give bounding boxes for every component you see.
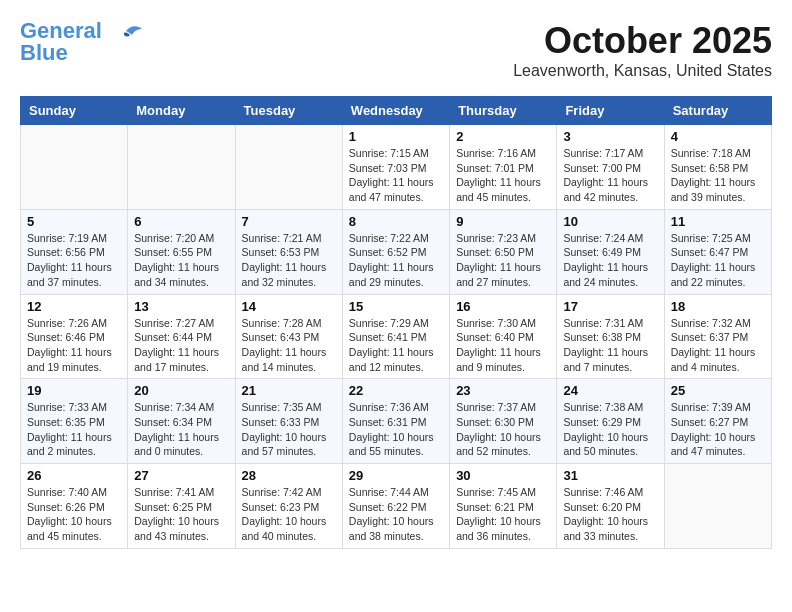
day-number: 3 <box>563 129 657 144</box>
day-number: 28 <box>242 468 336 483</box>
day-number: 18 <box>671 299 765 314</box>
day-info: Sunrise: 7:46 AM Sunset: 6:20 PM Dayligh… <box>563 485 657 544</box>
calendar-cell: 12Sunrise: 7:26 AM Sunset: 6:46 PM Dayli… <box>21 294 128 379</box>
weekday-header-saturday: Saturday <box>664 97 771 125</box>
day-info: Sunrise: 7:45 AM Sunset: 6:21 PM Dayligh… <box>456 485 550 544</box>
day-number: 5 <box>27 214 121 229</box>
day-number: 12 <box>27 299 121 314</box>
calendar-cell: 9Sunrise: 7:23 AM Sunset: 6:50 PM Daylig… <box>450 209 557 294</box>
day-number: 15 <box>349 299 443 314</box>
calendar-cell: 15Sunrise: 7:29 AM Sunset: 6:41 PM Dayli… <box>342 294 449 379</box>
calendar-cell: 25Sunrise: 7:39 AM Sunset: 6:27 PM Dayli… <box>664 379 771 464</box>
day-info: Sunrise: 7:36 AM Sunset: 6:31 PM Dayligh… <box>349 400 443 459</box>
weekday-header-thursday: Thursday <box>450 97 557 125</box>
calendar-cell: 26Sunrise: 7:40 AM Sunset: 6:26 PM Dayli… <box>21 464 128 549</box>
calendar-cell: 20Sunrise: 7:34 AM Sunset: 6:34 PM Dayli… <box>128 379 235 464</box>
calendar-cell: 3Sunrise: 7:17 AM Sunset: 7:00 PM Daylig… <box>557 125 664 210</box>
logo-bird-icon <box>106 23 142 51</box>
logo-text: General Blue <box>20 20 102 64</box>
day-number: 31 <box>563 468 657 483</box>
calendar-header: SundayMondayTuesdayWednesdayThursdayFrid… <box>21 97 772 125</box>
day-number: 2 <box>456 129 550 144</box>
calendar-cell: 27Sunrise: 7:41 AM Sunset: 6:25 PM Dayli… <box>128 464 235 549</box>
calendar-cell: 22Sunrise: 7:36 AM Sunset: 6:31 PM Dayli… <box>342 379 449 464</box>
calendar-cell: 30Sunrise: 7:45 AM Sunset: 6:21 PM Dayli… <box>450 464 557 549</box>
day-info: Sunrise: 7:26 AM Sunset: 6:46 PM Dayligh… <box>27 316 121 375</box>
calendar-cell: 11Sunrise: 7:25 AM Sunset: 6:47 PM Dayli… <box>664 209 771 294</box>
day-info: Sunrise: 7:24 AM Sunset: 6:49 PM Dayligh… <box>563 231 657 290</box>
day-number: 20 <box>134 383 228 398</box>
calendar-cell <box>235 125 342 210</box>
day-info: Sunrise: 7:18 AM Sunset: 6:58 PM Dayligh… <box>671 146 765 205</box>
day-number: 23 <box>456 383 550 398</box>
calendar-cell: 14Sunrise: 7:28 AM Sunset: 6:43 PM Dayli… <box>235 294 342 379</box>
day-number: 13 <box>134 299 228 314</box>
day-info: Sunrise: 7:28 AM Sunset: 6:43 PM Dayligh… <box>242 316 336 375</box>
calendar-cell: 4Sunrise: 7:18 AM Sunset: 6:58 PM Daylig… <box>664 125 771 210</box>
day-number: 1 <box>349 129 443 144</box>
day-info: Sunrise: 7:31 AM Sunset: 6:38 PM Dayligh… <box>563 316 657 375</box>
day-number: 7 <box>242 214 336 229</box>
calendar-cell: 5Sunrise: 7:19 AM Sunset: 6:56 PM Daylig… <box>21 209 128 294</box>
calendar-cell: 18Sunrise: 7:32 AM Sunset: 6:37 PM Dayli… <box>664 294 771 379</box>
calendar-week-3: 12Sunrise: 7:26 AM Sunset: 6:46 PM Dayli… <box>21 294 772 379</box>
day-info: Sunrise: 7:35 AM Sunset: 6:33 PM Dayligh… <box>242 400 336 459</box>
weekday-header-tuesday: Tuesday <box>235 97 342 125</box>
calendar-cell: 19Sunrise: 7:33 AM Sunset: 6:35 PM Dayli… <box>21 379 128 464</box>
title-block: October 2025 Leavenworth, Kansas, United… <box>513 20 772 80</box>
day-info: Sunrise: 7:16 AM Sunset: 7:01 PM Dayligh… <box>456 146 550 205</box>
calendar-week-1: 1Sunrise: 7:15 AM Sunset: 7:03 PM Daylig… <box>21 125 772 210</box>
day-number: 8 <box>349 214 443 229</box>
calendar-cell: 29Sunrise: 7:44 AM Sunset: 6:22 PM Dayli… <box>342 464 449 549</box>
day-number: 16 <box>456 299 550 314</box>
calendar-cell: 10Sunrise: 7:24 AM Sunset: 6:49 PM Dayli… <box>557 209 664 294</box>
month-title: October 2025 <box>513 20 772 62</box>
calendar-cell: 23Sunrise: 7:37 AM Sunset: 6:30 PM Dayli… <box>450 379 557 464</box>
calendar-cell <box>128 125 235 210</box>
day-info: Sunrise: 7:32 AM Sunset: 6:37 PM Dayligh… <box>671 316 765 375</box>
weekday-row: SundayMondayTuesdayWednesdayThursdayFrid… <box>21 97 772 125</box>
day-info: Sunrise: 7:42 AM Sunset: 6:23 PM Dayligh… <box>242 485 336 544</box>
calendar-cell: 21Sunrise: 7:35 AM Sunset: 6:33 PM Dayli… <box>235 379 342 464</box>
calendar-cell: 7Sunrise: 7:21 AM Sunset: 6:53 PM Daylig… <box>235 209 342 294</box>
day-info: Sunrise: 7:38 AM Sunset: 6:29 PM Dayligh… <box>563 400 657 459</box>
day-info: Sunrise: 7:40 AM Sunset: 6:26 PM Dayligh… <box>27 485 121 544</box>
day-info: Sunrise: 7:20 AM Sunset: 6:55 PM Dayligh… <box>134 231 228 290</box>
day-number: 26 <box>27 468 121 483</box>
day-info: Sunrise: 7:41 AM Sunset: 6:25 PM Dayligh… <box>134 485 228 544</box>
logo: General Blue <box>20 20 142 64</box>
calendar-cell: 13Sunrise: 7:27 AM Sunset: 6:44 PM Dayli… <box>128 294 235 379</box>
day-number: 14 <box>242 299 336 314</box>
calendar-week-2: 5Sunrise: 7:19 AM Sunset: 6:56 PM Daylig… <box>21 209 772 294</box>
calendar-cell: 6Sunrise: 7:20 AM Sunset: 6:55 PM Daylig… <box>128 209 235 294</box>
day-number: 25 <box>671 383 765 398</box>
day-number: 22 <box>349 383 443 398</box>
day-info: Sunrise: 7:25 AM Sunset: 6:47 PM Dayligh… <box>671 231 765 290</box>
day-number: 29 <box>349 468 443 483</box>
calendar-cell <box>664 464 771 549</box>
day-number: 6 <box>134 214 228 229</box>
day-info: Sunrise: 7:15 AM Sunset: 7:03 PM Dayligh… <box>349 146 443 205</box>
day-number: 30 <box>456 468 550 483</box>
day-info: Sunrise: 7:19 AM Sunset: 6:56 PM Dayligh… <box>27 231 121 290</box>
calendar-week-5: 26Sunrise: 7:40 AM Sunset: 6:26 PM Dayli… <box>21 464 772 549</box>
day-number: 19 <box>27 383 121 398</box>
day-info: Sunrise: 7:23 AM Sunset: 6:50 PM Dayligh… <box>456 231 550 290</box>
calendar-cell: 1Sunrise: 7:15 AM Sunset: 7:03 PM Daylig… <box>342 125 449 210</box>
weekday-header-friday: Friday <box>557 97 664 125</box>
day-info: Sunrise: 7:21 AM Sunset: 6:53 PM Dayligh… <box>242 231 336 290</box>
day-number: 21 <box>242 383 336 398</box>
calendar-cell: 17Sunrise: 7:31 AM Sunset: 6:38 PM Dayli… <box>557 294 664 379</box>
day-info: Sunrise: 7:29 AM Sunset: 6:41 PM Dayligh… <box>349 316 443 375</box>
calendar-table: SundayMondayTuesdayWednesdayThursdayFrid… <box>20 96 772 549</box>
calendar-cell: 16Sunrise: 7:30 AM Sunset: 6:40 PM Dayli… <box>450 294 557 379</box>
calendar-cell: 28Sunrise: 7:42 AM Sunset: 6:23 PM Dayli… <box>235 464 342 549</box>
day-number: 10 <box>563 214 657 229</box>
calendar-cell: 2Sunrise: 7:16 AM Sunset: 7:01 PM Daylig… <box>450 125 557 210</box>
calendar-cell: 8Sunrise: 7:22 AM Sunset: 6:52 PM Daylig… <box>342 209 449 294</box>
calendar-cell <box>21 125 128 210</box>
day-info: Sunrise: 7:34 AM Sunset: 6:34 PM Dayligh… <box>134 400 228 459</box>
weekday-header-wednesday: Wednesday <box>342 97 449 125</box>
day-info: Sunrise: 7:17 AM Sunset: 7:00 PM Dayligh… <box>563 146 657 205</box>
day-info: Sunrise: 7:22 AM Sunset: 6:52 PM Dayligh… <box>349 231 443 290</box>
